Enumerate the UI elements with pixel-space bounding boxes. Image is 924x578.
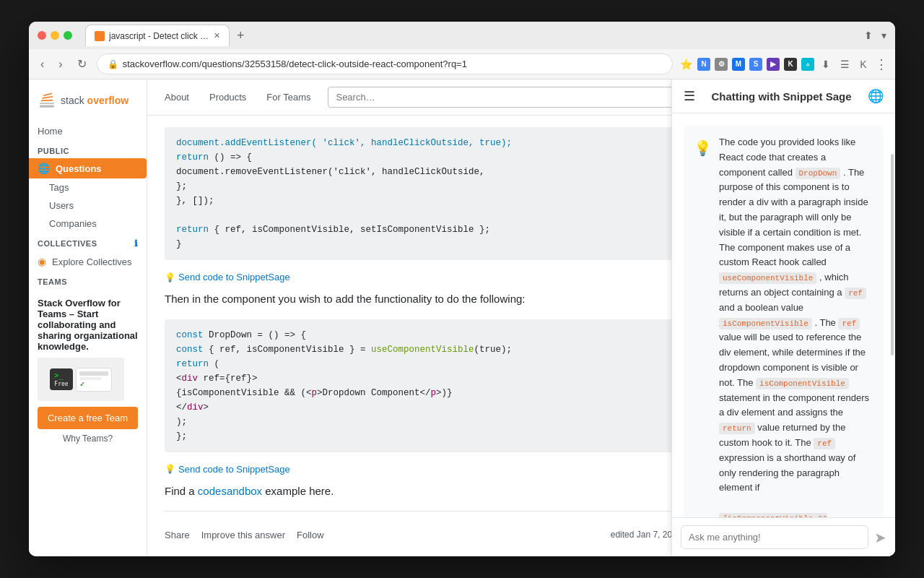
bookmark-icon[interactable]: ⭐	[679, 57, 693, 72]
teams-promo-image: >_Free ✓	[38, 358, 124, 401]
active-tab[interactable]: javascript - Detect click outsid... ✕	[85, 25, 230, 46]
sidebar-item-questions[interactable]: 🌐 Questions	[29, 158, 147, 178]
chat-globe-icon[interactable]: 🌐	[868, 88, 884, 104]
chat-code-4: isComponentVisible	[719, 318, 812, 329]
chat-code-1: DropDown	[796, 168, 841, 179]
chat-title: Chatting with Snippet Sage	[702, 90, 860, 103]
codesandbox-link[interactable]: codesandbox	[198, 485, 262, 497]
download-icon[interactable]: ⬇	[819, 57, 833, 72]
companies-label: Companies	[49, 218, 97, 229]
questions-label: Questions	[56, 163, 102, 174]
ext-s-icon[interactable]: S	[749, 58, 762, 71]
teams-title: Stack Overflow for Teams – Start collabo…	[38, 298, 138, 352]
tab-bar: javascript - Detect click outsid... ✕ +	[85, 25, 858, 46]
ext-teal-icon[interactable]: ⬦	[801, 58, 814, 71]
window-ctrl-share[interactable]: ⬆	[864, 30, 873, 41]
url-text: stackoverflow.com/questions/32553158/det…	[123, 59, 662, 69]
sidebar-item-companies[interactable]: Companies	[29, 215, 147, 233]
chat-code-7: return	[719, 423, 755, 434]
toolbar-icons: ⭐ N ⚙ M S ▶ K ⬦ ⬇ ☰ K ⋮	[679, 56, 888, 72]
sidebar-item-explore-collectives[interactable]: ◉ Explore Collectives	[29, 251, 147, 272]
new-tab-button[interactable]: +	[232, 28, 249, 43]
sidebar-section-teams: TEAMS	[29, 272, 147, 289]
sidebar-item-tags[interactable]: Tags	[29, 178, 147, 197]
so-logo-icon	[38, 91, 56, 110]
sidebar-item-users[interactable]: Users	[29, 197, 147, 215]
chat-message: 💡 The code you provided looks like React…	[684, 125, 884, 517]
tab-title: javascript - Detect click outsid...	[109, 31, 209, 41]
chat-code-5: ref	[838, 318, 860, 329]
share-button[interactable]: Share	[165, 530, 190, 540]
why-teams-link[interactable]: Why Teams?	[38, 434, 138, 444]
chat-code-9: {isComponentVisible && (<p>Dropdown Comp…	[719, 513, 856, 517]
back-button[interactable]: ‹	[36, 55, 48, 74]
chat-code-6: isComponentVisible	[756, 378, 849, 389]
explore-collectives-label: Explore Collectives	[52, 256, 132, 267]
so-topnav-links: About Products For Teams	[159, 87, 316, 107]
chat-bulb-icon: 💡	[694, 137, 712, 160]
so-sidebar: stack overflow Home PUBLIC 🌐 Questions T…	[29, 79, 147, 556]
collectives-info-icon[interactable]: ℹ	[134, 238, 139, 249]
svg-rect-3	[43, 92, 52, 96]
chat-message-text: The code you provided looks like React c…	[719, 135, 873, 517]
public-label: PUBLIC	[38, 147, 69, 155]
improve-button[interactable]: Improve this answer	[201, 530, 285, 540]
chat-code-2: useComponentVisible	[719, 272, 816, 284]
more-icon[interactable]: K	[856, 57, 871, 72]
chat-code-8: ref	[814, 438, 835, 449]
collectives-label: COLLECTIVES	[38, 239, 97, 248]
so-logo-text: stack overflow	[61, 95, 128, 106]
ext-chrome-icon[interactable]: M	[732, 58, 745, 71]
url-bar[interactable]: 🔒 stackoverflow.com/questions/32553158/d…	[97, 53, 673, 74]
topnav-products[interactable]: Products	[204, 87, 252, 107]
browser-menu-icon[interactable]: ⋮	[875, 56, 888, 72]
title-bar: javascript - Detect click outsid... ✕ + …	[29, 22, 895, 49]
create-team-button[interactable]: Create a free Team	[38, 407, 138, 429]
svg-rect-2	[42, 96, 53, 99]
address-bar: ‹ › ↻ 🔒 stackoverflow.com/questions/3255…	[29, 49, 895, 79]
teams-label: TEAMS	[38, 277, 67, 286]
window-controls: ⬆ ▾	[864, 30, 886, 41]
ext-dark-icon[interactable]: K	[784, 58, 797, 71]
chat-header: ☰ Chatting with Snippet Sage 🌐	[672, 79, 895, 113]
chat-send-button[interactable]: ➤	[874, 529, 886, 546]
refresh-button[interactable]: ↻	[73, 54, 91, 74]
so-logo[interactable]: stack overflow	[29, 91, 147, 121]
ext-purple-icon[interactable]: ▶	[767, 58, 780, 71]
chat-message-header: 💡 The code you provided looks like React…	[694, 135, 873, 517]
minimize-button[interactable]	[51, 31, 59, 40]
fullscreen-button[interactable]	[64, 31, 72, 40]
users-label: Users	[49, 200, 74, 211]
chat-panel: ☰ Chatting with Snippet Sage 🌐 💡 The cod…	[671, 79, 895, 556]
topnav-about[interactable]: About	[159, 87, 195, 107]
ext-gray-icon[interactable]: ⚙	[715, 58, 728, 71]
sidebar-toggle-icon[interactable]: ☰	[837, 57, 852, 72]
tab-favicon	[95, 31, 105, 41]
lock-icon: 🔒	[108, 59, 118, 69]
chat-body: 💡 The code you provided looks like React…	[672, 113, 895, 517]
home-label: Home	[38, 126, 63, 137]
sidebar-section-public: PUBLIC	[29, 141, 147, 158]
topnav-for-teams[interactable]: For Teams	[261, 87, 316, 107]
tab-close-icon[interactable]: ✕	[214, 31, 220, 40]
chat-menu-icon[interactable]: ☰	[684, 88, 695, 104]
chat-input[interactable]	[681, 525, 868, 549]
sidebar-teams-promo: Stack Overflow for Teams – Start collabo…	[29, 289, 147, 452]
sidebar-section-collectives: COLLECTIVES ℹ	[29, 233, 147, 251]
main-content: stack overflow Home PUBLIC 🌐 Questions T…	[29, 79, 895, 556]
tags-label: Tags	[49, 182, 69, 193]
svg-rect-1	[41, 100, 53, 101]
svg-rect-0	[40, 103, 54, 104]
window-ctrl-more[interactable]: ▾	[881, 30, 886, 41]
ext-blue-icon[interactable]: N	[697, 58, 710, 71]
traffic-lights	[38, 31, 72, 40]
chat-code-3: ref	[845, 288, 866, 299]
close-button[interactable]	[38, 31, 46, 40]
browser-window: javascript - Detect click outsid... ✕ + …	[29, 22, 895, 556]
sidebar-item-home[interactable]: Home	[29, 121, 147, 141]
forward-button[interactable]: ›	[54, 55, 66, 74]
follow-button[interactable]: Follow	[297, 530, 324, 540]
chat-footer: ➤	[672, 517, 895, 556]
chat-scrollbar[interactable]	[891, 154, 894, 356]
